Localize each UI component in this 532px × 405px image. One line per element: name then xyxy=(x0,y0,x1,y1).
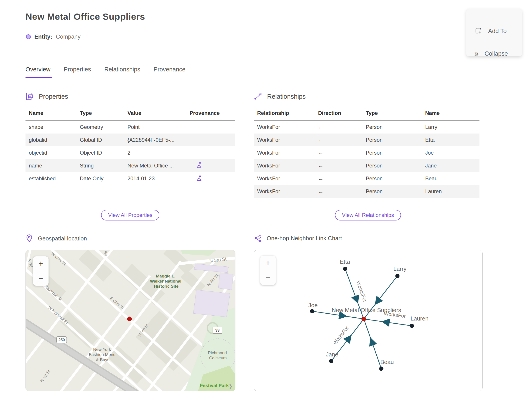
node-joe[interactable] xyxy=(310,309,314,313)
node-label-larry: Larry xyxy=(393,265,406,272)
prop-value: New Metal Office ... xyxy=(124,159,186,172)
relationship-link[interactable]: WorksFor xyxy=(254,134,315,146)
map-pin-icon xyxy=(26,234,33,243)
collapse-icon: » xyxy=(474,50,479,58)
prop-provenance xyxy=(186,121,235,134)
direction-arrow: ← xyxy=(315,185,362,198)
page-title: New Metal Office Suppliers xyxy=(26,12,145,22)
node-label-jane: Jane xyxy=(326,351,338,358)
rel-type: Person xyxy=(362,134,422,146)
col-header-name: Name xyxy=(422,106,479,121)
prop-value: 2014-01-23 xyxy=(124,172,186,185)
rel-type: Person xyxy=(362,185,422,198)
poi-label-festival-park: Festival Park xyxy=(200,383,229,388)
direction-arrow: ← xyxy=(315,134,362,146)
table-row: WorksFor ← Person Jane xyxy=(254,159,479,172)
entity-name-link[interactable]: Beau xyxy=(422,172,479,185)
relationships-icon xyxy=(254,92,262,101)
tab-relationships[interactable]: Relationships xyxy=(104,66,140,78)
rel-type: Person xyxy=(362,159,422,172)
direction-arrow: ← xyxy=(315,121,362,134)
entity-name-link[interactable]: Larry xyxy=(422,121,479,134)
node-beau[interactable] xyxy=(379,367,384,371)
route-shield-33: 33 xyxy=(215,328,220,332)
node-jane[interactable] xyxy=(329,359,333,363)
entity-name-link[interactable]: Jane xyxy=(422,159,479,172)
properties-section-title: Properties xyxy=(39,93,68,100)
entity-name-link[interactable]: Etta xyxy=(422,134,479,146)
table-row: WorksFor ← Person Larry xyxy=(254,121,479,134)
map-marker[interactable] xyxy=(127,317,132,321)
prop-name: established xyxy=(26,172,76,185)
edge-label: WorksFor xyxy=(332,325,350,346)
relationship-link[interactable]: WorksFor xyxy=(254,159,315,172)
add-to-button[interactable]: Add To xyxy=(474,27,507,35)
prop-type: Object ID xyxy=(76,146,124,159)
street-label: W Clay St xyxy=(50,251,67,266)
relationships-table: Relationship Direction Type Name WorksFo… xyxy=(254,106,479,198)
relationship-link[interactable]: WorksFor xyxy=(254,146,315,159)
chart-zoom-in-button[interactable]: + xyxy=(260,256,276,270)
node-label-center: New Metal Office Suppliers xyxy=(332,307,401,313)
edge-beau xyxy=(364,319,381,369)
tab-provenance[interactable]: Provenance xyxy=(154,66,186,78)
geospatial-map[interactable]: W Clay St E Clay St Marshall St W Marsha… xyxy=(26,250,235,391)
view-all-relationships-button[interactable]: View All Relationships xyxy=(335,210,401,221)
tab-properties[interactable]: Properties xyxy=(64,66,91,78)
relationship-link[interactable]: WorksFor xyxy=(254,172,315,185)
prop-name: shape xyxy=(26,121,76,134)
relationships-table-header-row: Relationship Direction Type Name xyxy=(254,106,479,121)
collapse-label: Collapse xyxy=(485,50,508,57)
table-row: name String New Metal Office ... xyxy=(26,159,235,172)
map-zoom-out-button[interactable]: − xyxy=(33,271,48,286)
col-header-type: Type xyxy=(362,106,422,121)
provenance-flag-icon[interactable] xyxy=(190,162,202,170)
prop-provenance xyxy=(186,172,235,185)
entity-name-link[interactable]: Joe xyxy=(422,146,479,159)
prop-provenance xyxy=(186,134,235,146)
properties-icon xyxy=(26,92,34,101)
entity-detail-page: New Metal Office Suppliers Entity: Compa… xyxy=(0,0,532,405)
direction-arrow: ← xyxy=(315,172,362,185)
node-center[interactable] xyxy=(362,317,366,321)
relationships-section-title: Relationships xyxy=(267,93,306,100)
street-label: N 4th St xyxy=(206,273,219,287)
node-etta[interactable] xyxy=(343,267,347,271)
prop-value: Point xyxy=(124,121,186,134)
node-larry[interactable] xyxy=(395,274,400,278)
relationship-link[interactable]: WorksFor xyxy=(254,121,315,134)
table-row: shape Geometry Point xyxy=(26,121,235,134)
node-lauren[interactable] xyxy=(410,324,414,328)
prop-name: objectid xyxy=(26,146,76,159)
col-header-type: Type xyxy=(76,106,124,121)
prop-type: String xyxy=(76,159,124,172)
provenance-flag-icon[interactable] xyxy=(190,175,202,182)
properties-table-header-row: Name Type Value Provenance xyxy=(26,106,235,121)
rel-type: Person xyxy=(362,172,422,185)
chart-zoom-out-button[interactable]: − xyxy=(260,270,276,285)
col-header-name: Name xyxy=(26,106,76,121)
map-zoom-control: + − xyxy=(33,256,48,286)
tab-overview[interactable]: Overview xyxy=(26,66,51,78)
street-label: k Rd xyxy=(27,259,33,268)
map-zoom-in-button[interactable]: + xyxy=(33,256,48,271)
geospatial-section-header: Geospatial location xyxy=(26,234,87,243)
relationship-link[interactable]: WorksFor xyxy=(254,185,315,198)
one-hop-link-chart[interactable]: WorksFor WorksFor WorksFor Etta Larry Jo… xyxy=(254,250,483,391)
col-header-value: Value xyxy=(124,106,186,121)
prop-value: {A228944F-0EF5-... xyxy=(124,134,186,146)
linkchart-section-title: One-hop Neighbor Link Chart xyxy=(267,235,342,242)
collapse-button[interactable]: » Collapse xyxy=(474,50,508,58)
route-shield-250: 250 xyxy=(59,338,65,342)
view-all-properties-button[interactable]: View All Properties xyxy=(101,210,160,221)
rel-type: Person xyxy=(362,121,422,134)
prop-type: Date Only xyxy=(76,172,124,185)
table-row: established Date Only 2014-01-23 xyxy=(26,172,235,185)
entity-name-link[interactable]: Lauren xyxy=(422,185,479,198)
chart-zoom-control: + − xyxy=(260,256,276,285)
edge-lauren xyxy=(364,319,412,326)
map-attribution-toggle-icon[interactable]: ❯ xyxy=(229,384,233,389)
node-label-lauren: Lauren xyxy=(411,315,428,322)
prop-type: Global ID xyxy=(76,134,124,146)
rel-type: Person xyxy=(362,146,422,159)
